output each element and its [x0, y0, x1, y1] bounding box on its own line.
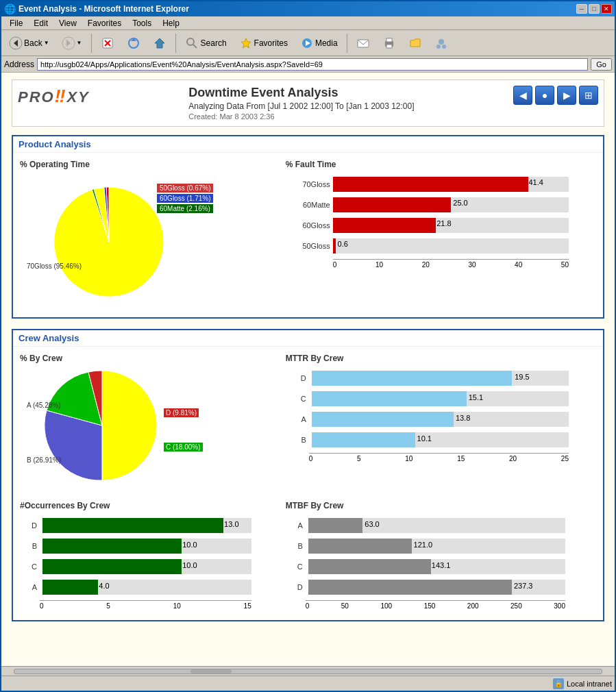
- mtbf-title: MTBF By Crew: [286, 501, 596, 510]
- edit-button[interactable]: [430, 34, 453, 53]
- go-button[interactable]: Go: [591, 58, 612, 71]
- ctrl-btn-3[interactable]: ▶: [557, 86, 576, 105]
- mttr-label-d: D: [286, 374, 306, 382]
- mttr-chart: D 19.5 C: [286, 367, 596, 466]
- product-section-content: % Operating Time: [13, 153, 603, 317]
- product-bar-chart: 70Gloss 41.4 60Matte: [286, 173, 596, 272]
- occ-track-b: 10.0: [42, 539, 251, 554]
- forward-icon: [62, 36, 75, 50]
- product-bar-title: % Fault Time: [286, 160, 596, 169]
- mttr-track-b: 10.1: [312, 432, 569, 447]
- mtbf-ax-0: 0: [306, 602, 310, 610]
- back-icon: [9, 36, 23, 50]
- scroll-thumb[interactable]: [190, 669, 232, 674]
- mttr-panel: MTTR By Crew D 19.5: [286, 354, 596, 491]
- content-area[interactable]: PRO‼XY Downtime Event Analysis Analyzing…: [1, 73, 615, 666]
- forward-dropdown-icon[interactable]: ▼: [77, 40, 82, 46]
- mtbf-row-a: A 63.0: [286, 518, 596, 533]
- mtbf-fill-b: [308, 539, 412, 554]
- product-section-header: Product Analysis: [13, 136, 603, 153]
- maximize-button[interactable]: □: [589, 4, 600, 14]
- horizontal-scrollbar[interactable]: [1, 666, 615, 676]
- status-right: 🔒 Local intranet: [553, 678, 612, 689]
- crew-pie-svg: [40, 367, 164, 484]
- mttr-label-a: A: [286, 415, 306, 423]
- svg-rect-18: [386, 45, 392, 48]
- menu-favorites[interactable]: Favorites: [82, 17, 127, 29]
- mail-button[interactable]: [352, 34, 375, 53]
- occ-label-a: A: [20, 583, 37, 591]
- close-button[interactable]: ✕: [601, 4, 612, 14]
- mttr-ax-25: 25: [561, 455, 569, 462]
- mtbf-row-c: C 143.1: [286, 559, 596, 574]
- occ-track-a: 4.0: [42, 580, 251, 595]
- ctrl-btn-1[interactable]: ◀: [513, 86, 532, 105]
- header-info: Downtime Event Analysis Analyzing Data F…: [188, 86, 414, 121]
- axis-40: 40: [515, 261, 522, 269]
- mtbf-ax-100: 100: [380, 602, 392, 610]
- address-input[interactable]: [37, 58, 588, 71]
- ctrl-btn-2[interactable]: ●: [535, 86, 554, 105]
- occ-track-c: 10.0: [42, 559, 251, 574]
- bar-label-70gloss: 70Gloss: [286, 180, 330, 188]
- occ-row-c: C 10.0: [20, 559, 279, 574]
- search-button[interactable]: Search: [180, 34, 232, 53]
- mtbf-axis: 0 50 100 150 200 250 300: [306, 600, 565, 610]
- address-bar: Address Go: [1, 56, 615, 73]
- mttr-val-c: 15.1: [469, 393, 483, 401]
- menu-file[interactable]: File: [4, 17, 28, 29]
- print-button[interactable]: [378, 34, 401, 53]
- toolbar: Back ▼ ▼: [1, 30, 615, 56]
- favorites-button[interactable]: Favorites: [234, 34, 293, 53]
- mttr-val-b: 10.1: [417, 434, 432, 443]
- mtbf-ax-200: 200: [467, 602, 479, 610]
- svg-line-11: [193, 45, 197, 48]
- back-dropdown-icon[interactable]: ▼: [44, 40, 49, 46]
- mtbf-label-d: D: [286, 583, 303, 591]
- svg-point-10: [187, 38, 194, 45]
- mtbf-label-a: A: [286, 521, 303, 530]
- crew-pie-panel: % By Crew: [20, 354, 279, 491]
- occ-row-d: D 13.0: [20, 518, 279, 533]
- crew-legend-d: D (9.81%): [164, 408, 199, 417]
- menu-view[interactable]: View: [53, 17, 82, 29]
- refresh-button[interactable]: [122, 34, 145, 53]
- ctrl-btn-4[interactable]: ⊞: [579, 86, 598, 105]
- product-section-title: Product Analysis: [19, 139, 91, 149]
- stop-icon: [101, 36, 114, 50]
- occ-ax-10: 10: [173, 602, 181, 610]
- mtbf-fill-c: [308, 559, 431, 574]
- bar-track-50gloss: 0.6: [333, 238, 569, 254]
- svg-marker-9: [155, 38, 164, 48]
- bar-value-50gloss: 0.6: [338, 240, 348, 248]
- mttr-track-a: 13.8: [312, 412, 569, 427]
- minimize-button[interactable]: ─: [576, 4, 587, 14]
- legend-70gloss: 70Gloss (95.46%): [27, 262, 82, 270]
- mttr-axis: 0 5 10 15 20 25: [309, 453, 569, 462]
- mtbf-val-c: 143.1: [432, 561, 451, 569]
- page-title: Downtime Event Analysis: [188, 86, 414, 100]
- mtbf-val-b: 121.0: [414, 541, 433, 549]
- menu-help[interactable]: Help: [157, 17, 185, 29]
- page-header: PRO‼XY Downtime Event Analysis Analyzing…: [12, 79, 604, 127]
- stop-button[interactable]: [96, 34, 119, 53]
- menu-edit[interactable]: Edit: [28, 17, 53, 29]
- scroll-track[interactable]: [14, 669, 602, 674]
- menu-tools[interactable]: Tools: [127, 17, 157, 29]
- home-button[interactable]: [148, 34, 171, 53]
- folder-button[interactable]: [404, 34, 427, 53]
- media-button[interactable]: Media: [295, 34, 343, 53]
- toolbar-sep-3: [347, 34, 347, 53]
- mttr-val-d: 19.5: [515, 373, 529, 381]
- forward-button[interactable]: ▼: [57, 34, 87, 53]
- mtbf-fill-a: [308, 518, 362, 533]
- crew-top-row: % By Crew: [20, 354, 596, 491]
- product-pie-panel: % Operating Time: [20, 160, 279, 310]
- axis-0: 0: [333, 261, 337, 269]
- logo: PRO‼XY: [18, 86, 90, 107]
- back-button[interactable]: Back ▼: [4, 34, 54, 53]
- svg-rect-17: [386, 38, 392, 42]
- mtbf-ax-150: 150: [424, 602, 436, 610]
- mttr-ax-5: 5: [357, 455, 361, 462]
- mtbf-val-a: 63.0: [365, 520, 379, 528]
